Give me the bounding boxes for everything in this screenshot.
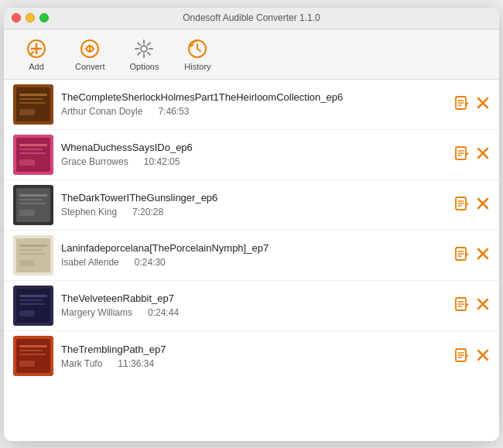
add-label: Add	[29, 62, 44, 71]
book-row: WhenaDuchessSaysIDo_ep6Grace Burrowes10:…	[4, 130, 499, 180]
book-actions	[454, 347, 490, 365]
book-title: TheVelveteenRabbit_ep7	[61, 292, 447, 304]
book-author: Stephen King	[61, 207, 117, 217]
svg-rect-10	[19, 98, 43, 100]
svg-rect-8	[16, 87, 50, 121]
book-cover	[13, 286, 53, 326]
svg-rect-70	[19, 350, 43, 351]
edit-button[interactable]	[454, 145, 470, 163]
delete-button[interactable]	[476, 146, 490, 162]
svg-rect-59	[19, 303, 46, 305]
svg-rect-33	[19, 194, 47, 197]
book-cover	[13, 185, 53, 225]
svg-rect-46	[19, 249, 43, 251]
delete-button[interactable]	[476, 247, 490, 263]
toolbar: Add Convert Options	[4, 29, 499, 80]
svg-rect-72	[19, 361, 35, 367]
book-title: TheTremblingPath_ep7	[61, 344, 447, 355]
book-duration: 7:46:53	[158, 106, 189, 117]
book-row: Laninfadeporcelana[ThePorcelainNymph]_ep…	[4, 231, 499, 281]
book-row: TheTremblingPath_ep7Mark Tufo11:36:34	[4, 331, 499, 381]
edit-button[interactable]	[454, 246, 470, 264]
book-actions	[454, 296, 490, 314]
toolbar-add[interactable]: Add	[13, 34, 60, 74]
titlebar: Ondesoft Audible Converter 1.1.0	[4, 8, 499, 29]
edit-button[interactable]	[454, 196, 470, 214]
svg-rect-9	[19, 94, 47, 96]
book-info: TheTremblingPath_ep7Mark Tufo11:36:34	[61, 344, 447, 369]
book-author: Isabel Allende	[61, 257, 119, 268]
delete-button[interactable]	[476, 197, 490, 213]
svg-rect-23	[19, 152, 46, 154]
svg-rect-56	[16, 289, 50, 323]
book-actions	[454, 145, 490, 163]
toolbar-options[interactable]: Options	[121, 34, 169, 74]
toolbar-history[interactable]: History	[174, 34, 221, 74]
window-title: Ondesoft Audible Converter 1.1.0	[183, 12, 320, 23]
book-author: Arthur Conan Doyle	[61, 106, 142, 117]
book-title: Laninfadeporcelana[ThePorcelainNymph]_ep…	[61, 242, 447, 254]
book-info: WhenaDuchessSaysIDo_ep6Grace Burrowes10:…	[61, 142, 447, 167]
book-meta: Isabel Allende0:24:30	[61, 257, 447, 268]
book-cover	[13, 135, 53, 175]
book-info: TheVelveteenRabbit_ep7Margery Williams0:…	[61, 292, 447, 318]
main-window: Ondesoft Audible Converter 1.1.0 Add	[4, 8, 499, 441]
book-cover	[13, 336, 53, 376]
book-cover	[13, 235, 53, 275]
book-duration: 0:24:44	[148, 307, 179, 318]
book-title: WhenaDuchessSaysIDo_ep6	[61, 142, 447, 153]
delete-button[interactable]	[476, 348, 490, 364]
window-controls	[12, 13, 49, 22]
svg-rect-11	[19, 102, 46, 104]
book-author: Margery Williams	[61, 307, 132, 318]
svg-rect-58	[19, 299, 43, 301]
history-icon	[186, 37, 209, 60]
svg-rect-24	[19, 159, 35, 166]
close-button[interactable]	[12, 13, 21, 22]
book-author: Grace Burrowes	[61, 156, 128, 167]
maximize-button[interactable]	[39, 13, 49, 22]
options-icon	[132, 37, 156, 60]
book-actions	[454, 246, 490, 264]
svg-rect-20	[16, 138, 50, 172]
book-row: TheVelveteenRabbit_ep7Margery Williams0:…	[4, 281, 499, 331]
book-info: TheCompleteSherlockHolmesPart1TheHeirloo…	[61, 91, 447, 117]
svg-rect-69	[19, 345, 47, 347]
book-duration: 10:42:05	[144, 156, 180, 167]
book-author: Mark Tufo	[61, 358, 102, 369]
history-label: History	[184, 62, 210, 71]
svg-rect-22	[19, 149, 43, 150]
svg-rect-57	[19, 295, 47, 297]
svg-rect-35	[19, 203, 46, 204]
edit-button[interactable]	[454, 296, 470, 314]
delete-button[interactable]	[476, 297, 490, 313]
svg-rect-45	[19, 245, 47, 247]
svg-rect-68	[16, 339, 50, 373]
edit-button[interactable]	[454, 347, 470, 365]
svg-rect-47	[19, 253, 46, 255]
svg-rect-21	[19, 144, 47, 146]
minimize-button[interactable]	[26, 13, 35, 22]
book-info: Laninfadeporcelana[ThePorcelainNymph]_ep…	[61, 242, 447, 268]
delete-button[interactable]	[476, 96, 490, 112]
book-title: TheCompleteSherlockHolmesPart1TheHeirloo…	[61, 91, 447, 103]
book-meta: Mark Tufo11:36:34	[61, 358, 447, 369]
book-meta: Margery Williams0:24:44	[61, 307, 447, 318]
book-actions	[454, 95, 490, 113]
toolbar-convert[interactable]: Convert	[66, 34, 115, 74]
book-list: TheCompleteSherlockHolmesPart1TheHeirloo…	[4, 80, 499, 441]
convert-icon	[78, 37, 101, 60]
book-duration: 11:36:34	[118, 358, 154, 369]
add-icon	[25, 37, 48, 60]
svg-point-5	[141, 46, 147, 52]
book-row: TheDarkTowerITheGunslinger_ep6Stephen Ki…	[4, 180, 499, 231]
edit-button[interactable]	[454, 95, 470, 113]
options-label: Options	[130, 62, 159, 71]
book-title: TheDarkTowerITheGunslinger_ep6	[61, 192, 447, 203]
svg-rect-60	[19, 310, 35, 316]
book-duration: 7:20:28	[132, 207, 163, 217]
book-info: TheDarkTowerITheGunslinger_ep6Stephen Ki…	[61, 192, 447, 217]
convert-label: Convert	[75, 62, 105, 71]
svg-rect-36	[19, 210, 35, 216]
svg-rect-44	[16, 238, 50, 272]
